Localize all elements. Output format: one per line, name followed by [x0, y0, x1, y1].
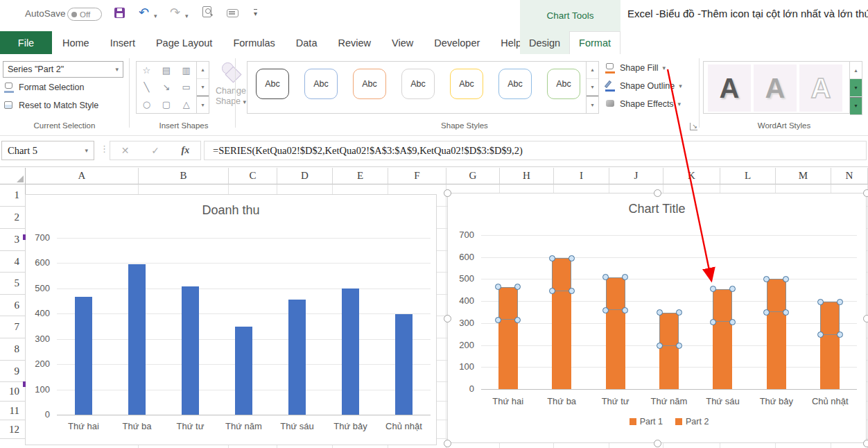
row-header-12[interactable]: 12 [0, 420, 26, 439]
shape-style-4[interactable]: Abc [401, 69, 435, 99]
shape-style-2[interactable]: Abc [304, 69, 338, 99]
select-all-button[interactable] [0, 168, 26, 184]
shape-style-6[interactable]: Abc [498, 69, 532, 99]
column-header-I[interactable]: I [554, 168, 609, 184]
chart-title[interactable]: Doanh thu [26, 203, 436, 218]
tab-format[interactable]: Format [569, 31, 620, 54]
bar-segment-part-2[interactable] [606, 277, 625, 311]
bar-segment-part-1[interactable] [498, 320, 518, 389]
chart-resize-handle[interactable] [444, 440, 451, 447]
save-icon[interactable] [114, 8, 125, 18]
shape-outline-button[interactable]: Shape Outline ▾ [605, 80, 682, 92]
tab-file[interactable]: File [0, 31, 52, 54]
bar-segment-part-2[interactable] [659, 313, 679, 346]
selection-handle[interactable] [568, 288, 575, 294]
row-header-1[interactable]: 1 [0, 184, 26, 207]
bar[interactable] [182, 286, 199, 415]
redo-caret-icon[interactable]: ▾ [185, 12, 189, 19]
autosave-toggle[interactable]: Off [67, 8, 102, 21]
selection-handle[interactable] [817, 299, 824, 305]
legend-item-part-1[interactable]: Part 1 [630, 417, 663, 427]
triangle-icon[interactable]: △ [176, 96, 196, 113]
shape-style-1[interactable]: Abc [256, 69, 289, 99]
tab-insert[interactable]: Insert [100, 31, 146, 54]
wordart-style-3[interactable]: A [799, 64, 842, 112]
bar[interactable] [235, 327, 252, 415]
row-header-10[interactable]: 10 [0, 382, 26, 402]
selection-handle[interactable] [514, 284, 521, 290]
chart-element-select[interactable]: Series "Part 2" ▾ [3, 61, 123, 78]
bar-segment-part-2[interactable] [713, 289, 732, 322]
selection-handle[interactable] [549, 255, 555, 261]
rectangle-icon[interactable]: ▭ [176, 79, 196, 96]
star-icon[interactable]: ☆ [137, 62, 157, 79]
shape-style-5[interactable]: Abc [450, 69, 483, 99]
chart-resize-handle[interactable] [863, 189, 868, 197]
bar-segment-part-1[interactable] [606, 310, 625, 389]
bar[interactable] [395, 314, 413, 415]
cancel-icon[interactable]: ✕ [121, 145, 130, 156]
column-header-K[interactable]: K [663, 168, 720, 184]
chart-resize-handle[interactable] [863, 315, 868, 322]
row-header-8[interactable]: 8 [0, 338, 26, 361]
column-header-H[interactable]: H [500, 168, 554, 184]
tab-developer[interactable]: Developer [424, 31, 490, 54]
row-header-11[interactable]: 11 [0, 402, 26, 420]
selection-handle[interactable] [676, 343, 682, 349]
selection-handle[interactable] [602, 307, 609, 313]
tab-page-layout[interactable]: Page Layout [146, 31, 223, 54]
selection-handle[interactable] [622, 307, 628, 313]
row-header-9[interactable]: 9 [0, 361, 26, 382]
chart-resize-handle[interactable] [863, 440, 868, 447]
line-icon[interactable]: ╲ [137, 79, 157, 96]
shape-effects-button[interactable]: Shape Effects ▾ [605, 98, 681, 110]
chart-resize-handle[interactable] [654, 189, 661, 197]
tab-home[interactable]: Home [52, 31, 100, 54]
selection-handle[interactable] [837, 331, 843, 338]
column-header-B[interactable]: B [139, 168, 229, 184]
reset-to-match-style-button[interactable]: Reset to Match Style [3, 100, 98, 111]
chart-doanh-thu[interactable]: Doanh thu0100200300400500600700Thứ haiTh… [25, 194, 437, 445]
bar-segment-part-2[interactable] [498, 287, 518, 320]
insert-shapes-scrollbar[interactable]: ▴ ▾ ▾ [197, 61, 209, 114]
row-header-5[interactable]: 5 [0, 273, 26, 295]
bar-segment-part-2[interactable] [767, 279, 786, 312]
selection-handle[interactable] [783, 276, 789, 282]
selection-handle[interactable] [549, 288, 555, 294]
column-header-D[interactable]: D [277, 168, 333, 184]
shape-styles-dialog-launcher-icon[interactable]: ↘ [690, 123, 697, 130]
bar[interactable] [128, 264, 146, 415]
formula-input[interactable]: =SERIES(KetQua02!$D$2,KetQua02!$A$3:$A$9… [204, 141, 867, 160]
column-header-E[interactable]: E [333, 168, 388, 184]
arrow-icon[interactable]: ↘ [157, 79, 177, 96]
tab-review[interactable]: Review [327, 31, 381, 54]
customize-qat-icon[interactable]: ▾ [254, 9, 257, 18]
column-header-F[interactable]: F [388, 168, 446, 184]
selection-handle[interactable] [568, 255, 575, 261]
bar-segment-part-2[interactable] [820, 302, 840, 335]
bar-segment-part-1[interactable] [820, 335, 840, 389]
wordart-scrollbar[interactable]: ▴ ▾ ▾ [850, 61, 862, 115]
tab-view[interactable]: View [381, 31, 424, 54]
column-header-A[interactable]: A [26, 168, 139, 184]
shape-style-3[interactable]: Abc [353, 69, 386, 99]
bar-segment-part-1[interactable] [767, 312, 786, 389]
oval-icon[interactable]: ○ [137, 96, 157, 113]
column-header-G[interactable]: G [446, 168, 500, 184]
selection-handle[interactable] [817, 331, 824, 338]
selection-handle[interactable] [514, 317, 521, 323]
row-header-6[interactable]: 6 [0, 295, 26, 316]
row-header-2[interactable]: 2 [0, 207, 26, 229]
bar-segment-part-1[interactable] [659, 346, 679, 389]
selection-handle[interactable] [763, 309, 770, 316]
name-tag-icon[interactable] [227, 9, 238, 17]
selection-handle[interactable] [495, 317, 501, 323]
selection-handle[interactable] [676, 309, 682, 316]
wordart-style-1[interactable]: A [708, 64, 751, 112]
wordart-style-2[interactable]: A [754, 64, 797, 112]
selection-handle[interactable] [657, 343, 663, 349]
enter-icon[interactable]: ✓ [151, 145, 159, 156]
shape-fill-button[interactable]: Shape Fill ▾ [605, 62, 666, 74]
chart-resize-handle[interactable] [654, 440, 661, 447]
selection-handle[interactable] [729, 286, 736, 292]
